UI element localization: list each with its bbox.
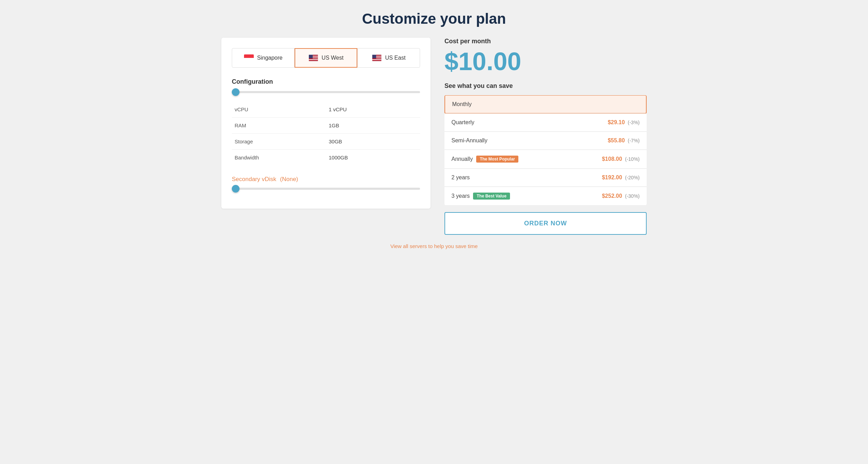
billing-row-annually[interactable]: Annually The Most Popular $108.00 (-10%) xyxy=(444,150,647,169)
region-btn-us-west[interactable]: US West xyxy=(295,48,357,68)
billing-row-2years[interactable]: 2 years $192.00 (-20%) xyxy=(444,169,647,187)
billing-label-3years: 3 years xyxy=(451,193,470,199)
region-label-us-east: US East xyxy=(385,55,406,61)
billing-row-quarterly[interactable]: Quarterly $29.10 (-3%) xyxy=(444,114,647,132)
order-now-button[interactable]: ORDER NOW xyxy=(444,212,647,235)
spec-label-vcpu: vCPU xyxy=(232,102,326,118)
cost-amount: $10.00 xyxy=(444,48,647,75)
billing-price-value-3years: $252.00 xyxy=(602,193,622,199)
region-label-singapore: Singapore xyxy=(257,55,283,61)
billing-price-value-semi-annually: $55.80 xyxy=(608,137,625,143)
billing-price-value-quarterly: $29.10 xyxy=(608,119,625,125)
configuration-title: Configuration xyxy=(232,78,420,85)
billing-price-value-annually: $108.00 xyxy=(602,156,622,162)
spec-label-ram: RAM xyxy=(232,118,326,134)
billing-options: Monthly Quarterly $29.10 (-3%) Semi-Annu… xyxy=(444,95,647,205)
badge-best-value: The Best Value xyxy=(473,193,510,200)
left-panel: Singapore US West US East Configuration … xyxy=(221,38,431,209)
billing-price-quarterly: $29.10 (-3%) xyxy=(608,119,640,126)
billing-price-value-2years: $192.00 xyxy=(602,174,622,180)
spec-value-ram: 1GB xyxy=(326,118,420,134)
table-row: Bandwidth 1000GB xyxy=(232,150,420,166)
spec-value-bandwidth: 1000GB xyxy=(326,150,420,166)
view-all-link[interactable]: View all servers to help you save time xyxy=(0,243,868,249)
table-row: Storage 30GB xyxy=(232,134,420,150)
configuration-slider[interactable] xyxy=(232,91,420,93)
billing-discount-quarterly: (-3%) xyxy=(628,120,640,125)
billing-name-3years: 3 years The Best Value xyxy=(451,193,602,200)
slider-track xyxy=(232,91,420,93)
secondary-vdisk-slider[interactable] xyxy=(232,188,420,190)
save-label: See what you can save xyxy=(444,82,647,90)
billing-discount-2years: (-20%) xyxy=(625,175,640,180)
billing-name-2years: 2 years xyxy=(451,174,602,181)
secondary-vdisk-title: Secondary vDisk (None) xyxy=(232,176,420,183)
secondary-slider-track xyxy=(232,188,420,190)
billing-row-3years[interactable]: 3 years The Best Value $252.00 (-30%) xyxy=(444,187,647,205)
table-row: RAM 1GB xyxy=(232,118,420,134)
region-btn-singapore[interactable]: Singapore xyxy=(232,48,295,68)
config-table: vCPU 1 vCPU RAM 1GB Storage 30GB Bandwid… xyxy=(232,102,420,165)
billing-row-monthly[interactable]: Monthly xyxy=(444,95,647,114)
billing-discount-3years: (-30%) xyxy=(625,193,640,199)
flag-sg-icon xyxy=(244,54,254,61)
billing-price-2years: $192.00 (-20%) xyxy=(602,174,640,181)
secondary-slider-thumb[interactable] xyxy=(232,185,239,193)
right-panel: Cost per month $10.00 See what you can s… xyxy=(444,38,647,235)
region-selector: Singapore US West US East xyxy=(232,48,420,68)
region-btn-us-east[interactable]: US East xyxy=(357,48,420,68)
secondary-vdisk-section: Secondary vDisk (None) xyxy=(232,176,420,190)
spec-value-vcpu: 1 vCPU xyxy=(326,102,420,118)
badge-most-popular: The Most Popular xyxy=(476,156,518,163)
main-container: Singapore US West US East Configuration … xyxy=(207,38,661,235)
billing-price-3years: $252.00 (-30%) xyxy=(602,193,640,199)
billing-name-quarterly: Quarterly xyxy=(451,119,608,126)
billing-label-annually: Annually xyxy=(451,156,473,162)
slider-thumb[interactable] xyxy=(232,88,239,96)
billing-row-semi-annually[interactable]: Semi-Annually $55.80 (-7%) xyxy=(444,132,647,150)
order-btn-container: ORDER NOW xyxy=(444,212,647,235)
secondary-vdisk-label: Secondary vDisk xyxy=(232,176,276,182)
cost-label: Cost per month xyxy=(444,38,647,45)
billing-price-semi-annually: $55.80 (-7%) xyxy=(608,137,640,144)
view-all-servers-link[interactable]: View all servers to help you save time xyxy=(390,243,478,249)
billing-discount-semi-annually: (-7%) xyxy=(628,138,640,143)
spec-value-storage: 30GB xyxy=(326,134,420,150)
region-label-us-west: US West xyxy=(322,55,344,61)
spec-label-bandwidth: Bandwidth xyxy=(232,150,326,166)
billing-name-annually: Annually The Most Popular xyxy=(451,156,602,163)
flag-us-east-icon xyxy=(372,54,382,61)
secondary-vdisk-value: (None) xyxy=(280,176,298,182)
billing-name-monthly: Monthly xyxy=(452,101,639,107)
spec-label-storage: Storage xyxy=(232,134,326,150)
flag-us-west-icon xyxy=(309,54,318,61)
billing-price-annually: $108.00 (-10%) xyxy=(602,156,640,162)
billing-name-semi-annually: Semi-Annually xyxy=(451,137,608,144)
table-row: vCPU 1 vCPU xyxy=(232,102,420,118)
page-title: Customize your plan xyxy=(0,7,868,27)
billing-discount-annually: (-10%) xyxy=(625,156,640,162)
